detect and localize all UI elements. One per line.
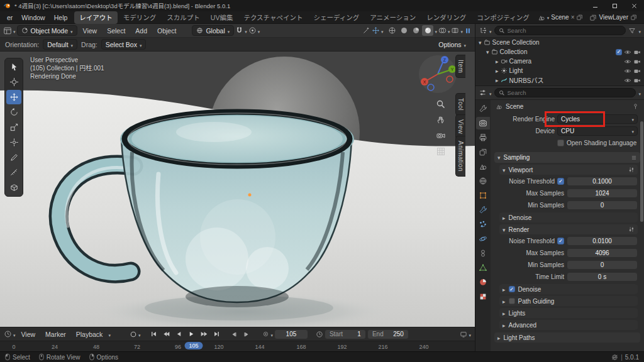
tool-tab[interactable] (476, 102, 490, 115)
pin-icon[interactable] (632, 103, 639, 110)
device-dropdown[interactable]: CPU (557, 126, 638, 136)
render-visibility-icon[interactable] (633, 58, 641, 65)
gizmo-z-axis[interactable]: Z (443, 58, 447, 62)
select-tweak-wand-icon[interactable] (362, 26, 370, 35)
shading-rendered-button[interactable] (422, 25, 433, 36)
workspace-tab-layout[interactable]: レイアウト (74, 11, 118, 24)
hide-eye-icon[interactable] (624, 77, 631, 84)
outliner-row-camera[interactable]: Camera (475, 57, 644, 66)
gizmo-y-axis[interactable]: Y (451, 67, 454, 72)
shading-solid-button[interactable] (398, 25, 409, 36)
workspace-tab-uv[interactable]: UV編集 (206, 11, 238, 24)
jump-to-end-button[interactable] (211, 329, 222, 339)
viewport-noise-threshold-field[interactable]: 0.1000 (567, 177, 638, 186)
outliner-row-collection[interactable]: Collection (475, 47, 644, 57)
shading-material-button[interactable] (410, 25, 421, 36)
jump-to-start-button[interactable] (148, 329, 159, 339)
render-noise-threshold-checkbox[interactable] (557, 238, 564, 244)
properties-editor-icon[interactable] (479, 89, 487, 97)
viewport-render-pause-button[interactable] (464, 27, 472, 35)
viewport-min-samples-field[interactable]: 0 (567, 200, 638, 210)
material-properties-tab[interactable] (476, 276, 490, 288)
render-min-samples-field[interactable]: 0 (567, 260, 638, 270)
select-menu[interactable]: Select (103, 27, 130, 35)
outliner-row-scene-collection[interactable]: Scene Collection (475, 38, 644, 47)
physics-properties-tab[interactable] (476, 233, 490, 245)
scene-copy-icon[interactable] (576, 14, 583, 21)
move-tool[interactable] (6, 90, 21, 104)
transform-orientation-dropdown[interactable]: Global (192, 25, 234, 36)
snap-magnet-icon[interactable] (235, 26, 243, 35)
hide-eye-icon[interactable] (624, 58, 631, 65)
world-properties-tab[interactable] (476, 175, 490, 187)
path-guiding-checkbox[interactable] (509, 298, 515, 304)
render-visibility-icon[interactable] (633, 48, 641, 56)
workspace-tab-sculpt[interactable]: スカルプト (162, 11, 205, 24)
output-properties-tab[interactable] (476, 131, 490, 144)
workspace-tab-modeling[interactable]: モデリング (118, 11, 162, 24)
npanel-tab-tool[interactable]: Tool (455, 93, 465, 116)
playhead-badge[interactable]: 105 (184, 342, 203, 349)
current-frame-field[interactable]: 105 (274, 329, 308, 339)
scene-selector[interactable]: Scene × (536, 13, 586, 22)
collection-checkbox[interactable] (616, 49, 622, 55)
sampling-viewport-panel-header[interactable]: Viewport (499, 165, 638, 175)
options-dropdown[interactable]: Options (435, 39, 470, 50)
modifier-properties-tab[interactable] (476, 204, 490, 216)
mode-dropdown[interactable]: Object Mode (17, 25, 77, 36)
maximize-button[interactable] (605, 0, 625, 11)
panel-options-icon[interactable] (631, 155, 637, 161)
timeline-view-menu[interactable]: View (17, 331, 40, 338)
annotate-tool[interactable] (6, 150, 21, 165)
object-menu[interactable]: Object (153, 27, 180, 35)
render-visibility-icon[interactable] (633, 67, 641, 75)
frame-end-field[interactable]: End250 (367, 329, 409, 339)
menubar-item-help[interactable]: Help (50, 14, 72, 21)
outliner-row-nurbs-path[interactable]: NURBSパス (475, 75, 644, 85)
viewlayer-properties-tab[interactable] (476, 146, 490, 158)
shading-wireframe-button[interactable] (386, 25, 397, 36)
render-max-samples-field[interactable]: 4096 (567, 248, 638, 258)
viewlayer-selector[interactable]: ViewLayer (587, 13, 639, 22)
editor-type-icon[interactable] (3, 26, 12, 35)
constraint-properties-tab[interactable] (476, 247, 490, 260)
viewlayer-copy-icon[interactable] (630, 14, 637, 21)
transform-tool[interactable] (6, 135, 21, 150)
path-guiding-panel[interactable]: Path Guiding (499, 296, 638, 306)
render-time-limit-field[interactable]: 0 s (567, 272, 638, 282)
prev-keyframe-button[interactable] (160, 329, 172, 339)
scale-tool[interactable] (6, 120, 21, 134)
outliner-search-input[interactable] (508, 27, 622, 34)
auto-keying-button[interactable] (130, 331, 137, 338)
workspace-tab-compositing[interactable]: コンポジティング (472, 11, 534, 24)
add-menu[interactable]: Add (131, 27, 152, 35)
timeline-ruler[interactable]: 0 24 48 72 96 120 144 168 192 216 240 10… (0, 341, 475, 351)
zoom-icon[interactable] (436, 99, 446, 109)
npanel-tab-animation[interactable]: Animation (455, 136, 465, 177)
properties-search[interactable] (494, 88, 636, 97)
frame-step-back-button[interactable] (228, 329, 240, 339)
outliner-editor-icon[interactable] (479, 26, 487, 35)
menubar-item-window[interactable]: Window (17, 14, 49, 21)
viewport-denoise-panel[interactable]: Denoise (499, 212, 638, 222)
gizmo-toggle-icon[interactable] (372, 26, 380, 35)
light-paths-panel[interactable]: Light Paths (494, 332, 640, 343)
scene-unlink-icon[interactable]: × (571, 14, 575, 21)
texture-properties-tab[interactable] (476, 290, 490, 303)
workspace-tab-rendering[interactable]: レンダリング (421, 11, 471, 24)
lights-panel[interactable]: Lights (499, 308, 638, 318)
particle-properties-tab[interactable] (476, 218, 490, 231)
navigation-gizmo[interactable]: Z Y X (418, 55, 457, 94)
next-keyframe-button[interactable] (198, 329, 209, 339)
sampling-render-panel-header[interactable]: Render (499, 224, 638, 234)
render-noise-threshold-field[interactable]: 0.0100 (567, 236, 638, 246)
denoise-checkbox[interactable] (509, 286, 515, 292)
timeline-display-icon[interactable] (460, 331, 467, 338)
minimize-button[interactable] (586, 0, 605, 11)
timeline-marker-menu[interactable]: Marker (41, 331, 70, 338)
render-properties-tab[interactable] (476, 117, 490, 129)
timeline-playback-menu[interactable]: Playback (72, 331, 108, 338)
overlays-icon[interactable] (438, 26, 447, 35)
pan-hand-icon[interactable] (436, 115, 446, 125)
npanel-tab-item[interactable]: Item (455, 55, 465, 78)
